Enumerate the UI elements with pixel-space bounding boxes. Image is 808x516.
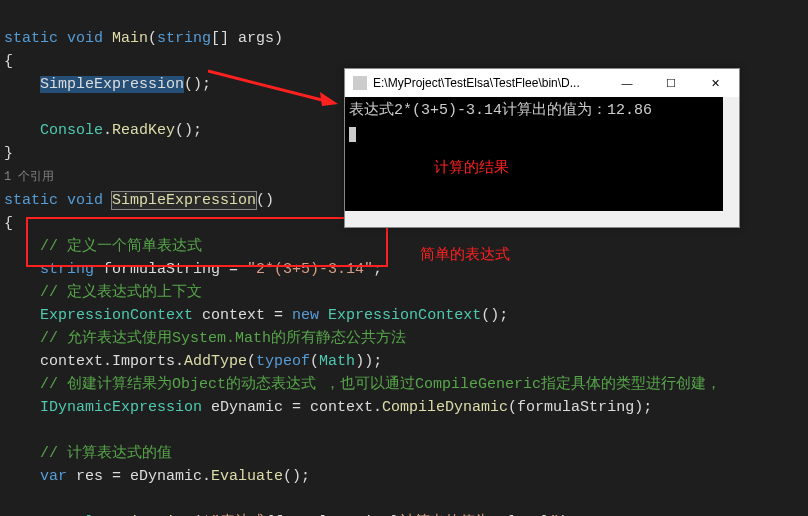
method-simpleexpression: SimpleExpression xyxy=(112,192,256,209)
call-simpleexpression: SimpleExpression xyxy=(40,76,184,93)
maximize-button[interactable]: ☐ xyxy=(649,69,693,97)
title-bar[interactable]: E:\MyProject\TestElsa\TestFlee\bin\D... … xyxy=(345,69,739,97)
text-cursor xyxy=(349,127,356,142)
console-output[interactable]: 表达式2*(3+5)-3.14计算出的值为：12.86 xyxy=(345,97,739,227)
minimize-button[interactable]: — xyxy=(605,69,649,97)
app-icon xyxy=(353,76,367,90)
scrollbar-horizontal[interactable] xyxy=(345,211,723,227)
output-line: 表达式2*(3+5)-3.14计算出的值为：12.86 xyxy=(349,99,735,122)
window-title: E:\MyProject\TestElsa\TestFlee\bin\D... xyxy=(373,72,605,95)
console-window: E:\MyProject\TestElsa\TestFlee\bin\D... … xyxy=(344,68,740,228)
scrollbar-corner xyxy=(723,211,739,227)
reference-count: 1 个引用 xyxy=(4,170,54,184)
scrollbar-vertical[interactable] xyxy=(723,97,739,211)
close-button[interactable]: ✕ xyxy=(693,69,737,97)
